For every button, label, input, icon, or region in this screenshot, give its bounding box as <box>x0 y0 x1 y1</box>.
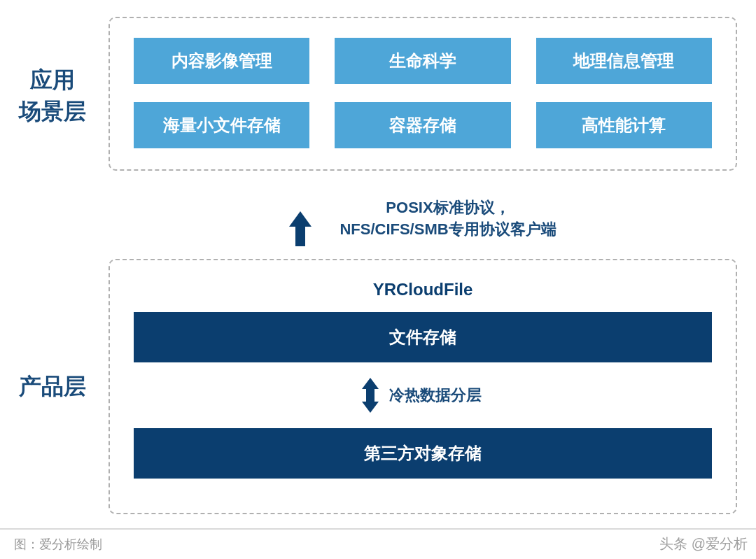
connector-section: POSIX标准协议， NFS/CIFS/SMB专用协议客户端 <box>108 181 737 257</box>
double-arrow-icon <box>364 378 377 413</box>
watermark-text: 头条 @爱分析 <box>659 535 748 553</box>
tile-row-2: 海量小文件存储 容器存储 高性能计算 <box>134 102 712 148</box>
layer-label-product: 产品层 <box>14 371 91 402</box>
tile-row-1: 内容影像管理 生命科学 地理信息管理 <box>134 38 712 84</box>
arrow-up-icon <box>289 211 312 227</box>
connector-line2: NFS/CIFS/SMB专用协议客户端 <box>340 219 556 241</box>
product-subtitle: YRCloudFile <box>373 280 473 299</box>
tiering-row: 冷热数据分层 <box>134 378 712 413</box>
object-storage-bar: 第三方对象存储 <box>134 428 712 479</box>
connector-text: POSIX标准协议， NFS/CIFS/SMB专用协议客户端 <box>340 197 556 241</box>
tile-gis: 地理信息管理 <box>536 38 712 84</box>
figure-caption: 图：爱分析绘制 <box>0 528 756 559</box>
layer-label-app: 应用场景层 <box>14 64 91 127</box>
tile-small-files: 海量小文件存储 <box>134 102 309 148</box>
product-layer-box: YRCloudFile 文件存储 冷热数据分层 第三方对象存储 <box>108 259 737 514</box>
connector-line1: POSIX标准协议， <box>340 197 556 219</box>
file-storage-bar: 文件存储 <box>134 312 712 362</box>
app-scenario-box: 内容影像管理 生命科学 地理信息管理 海量小文件存储 容器存储 高性能计算 <box>108 17 737 171</box>
tile-life-science: 生命科学 <box>335 38 510 84</box>
caption-text: 图：爱分析绘制 <box>14 536 102 553</box>
tile-hpc: 高性能计算 <box>536 102 712 148</box>
tile-container-storage: 容器存储 <box>335 102 510 148</box>
tiering-label: 冷热数据分层 <box>389 385 482 406</box>
tile-content-imaging: 内容影像管理 <box>134 38 309 84</box>
